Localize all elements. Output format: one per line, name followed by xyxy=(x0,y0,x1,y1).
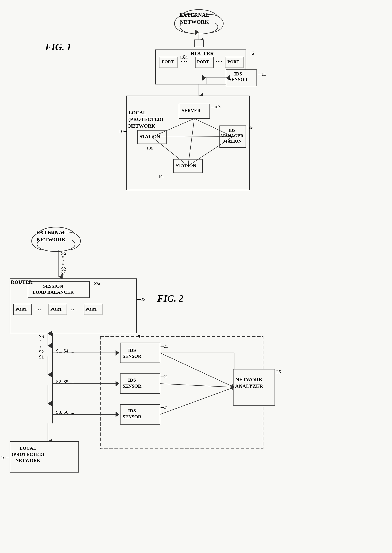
fig1-main-ref: 10─ xyxy=(119,129,127,134)
fig2-dots2: • • • xyxy=(70,308,77,312)
fig2-ids-sensor1-label: IDS SENSOR xyxy=(123,347,141,359)
fig1-local-network-label: LOCAL (PROTECTED) NETWORK xyxy=(128,109,163,129)
svg-line-30 xyxy=(188,119,194,166)
fig2-ids-sensor3-ref: ─21 xyxy=(161,405,168,410)
svg-line-64 xyxy=(160,387,234,414)
fig2-label: FIG. 2 xyxy=(157,293,183,304)
fig2-ids-sensor3-label: IDS SENSOR xyxy=(123,408,141,420)
fig2-ids-sensor1-ref: ─21 xyxy=(161,344,168,349)
fig1-external-network-label: EXTERNAL NETWORK xyxy=(179,11,210,25)
fig2-session-lb-label: SESSION LOAD BALANCER xyxy=(33,283,74,295)
fig2-local-ref: 10─ xyxy=(1,455,9,460)
fig1-server-label: SERVER xyxy=(182,108,201,113)
svg-line-62 xyxy=(160,353,234,387)
fig2-system-ref: 20 xyxy=(137,333,142,339)
fig2-local-network-label: LOCAL (PROTECTED) NETWORK xyxy=(12,445,44,463)
fig2-port1: PORT xyxy=(15,307,27,312)
fig1-router-ref: 12 xyxy=(250,50,255,56)
fig2-s3s6-label: S3, S6, ... xyxy=(56,409,74,415)
svg-rect-11 xyxy=(194,40,203,47)
fig2-network-analyzer-label: NETWORK ANALYZER xyxy=(235,376,263,390)
fig1-station-bot-label: STATION xyxy=(176,163,196,168)
fig1-station-bot-ref: 10a─ xyxy=(158,174,168,179)
fig2-session-s1: S1 xyxy=(61,271,66,276)
fig1-dots2: • • • xyxy=(216,59,222,64)
fig1-label: FIG. 1 xyxy=(45,42,71,52)
fig2-s2s5-label: S2, S5, ... xyxy=(56,379,74,385)
fig1-ids-sensor-ref: ─11 xyxy=(258,72,266,77)
fig2-dist-s1: S1 xyxy=(39,354,44,360)
fig1-12a-label: 12a xyxy=(180,55,186,60)
page: FIG. 1 EXTERNAL NETWORK ROUTER 12 12a PO… xyxy=(0,0,392,553)
svg-line-63 xyxy=(160,384,234,387)
fig1-port3: PORT xyxy=(227,59,239,64)
fig2-session-lb-ref: ─22a xyxy=(91,281,100,286)
fig1-station-top-label: STATION xyxy=(140,134,160,139)
svg-line-27 xyxy=(152,137,188,166)
fig2-port3: PORT xyxy=(85,307,97,312)
fig1-server-ref: ─10b xyxy=(211,105,221,109)
fig2-external-network-label: EXTERNAL NETWORK xyxy=(36,229,66,243)
fig2-ids-sensor2-ref: ─21 xyxy=(161,374,168,379)
fig2-router-label: ROUTER xyxy=(11,279,33,285)
fig2-dist-s2: S2 xyxy=(39,349,44,355)
fig2-ids-sensor2-label: IDS SENSOR xyxy=(123,377,141,389)
fig2-port2: PORT xyxy=(50,307,62,312)
fig2-dist-dots: ○○○ xyxy=(40,338,42,349)
fig1-ids-manager-ref: 10c xyxy=(247,125,253,130)
fig2-router-ref: ─22 xyxy=(137,297,145,302)
fig1-port1: PORT xyxy=(162,59,174,64)
fig2-dots1: • • • xyxy=(35,308,42,312)
fig1-ids-sensor-label: IDS SENSOR xyxy=(229,71,247,82)
fig1-port2: PORT xyxy=(197,59,209,64)
fig2-s1s4-label: S1, S4, ... xyxy=(56,348,74,354)
fig1-station-top-ref: 10a xyxy=(147,146,153,151)
fig1-ids-manager-label: IDS MANAGER STATION xyxy=(221,128,244,144)
fig1-router-label: ROUTER xyxy=(191,50,214,57)
diagram-svg xyxy=(0,0,392,553)
fig2-network-analyzer-ref: 25 xyxy=(276,369,281,374)
fig2-session-dots: ○○○ xyxy=(62,255,64,266)
